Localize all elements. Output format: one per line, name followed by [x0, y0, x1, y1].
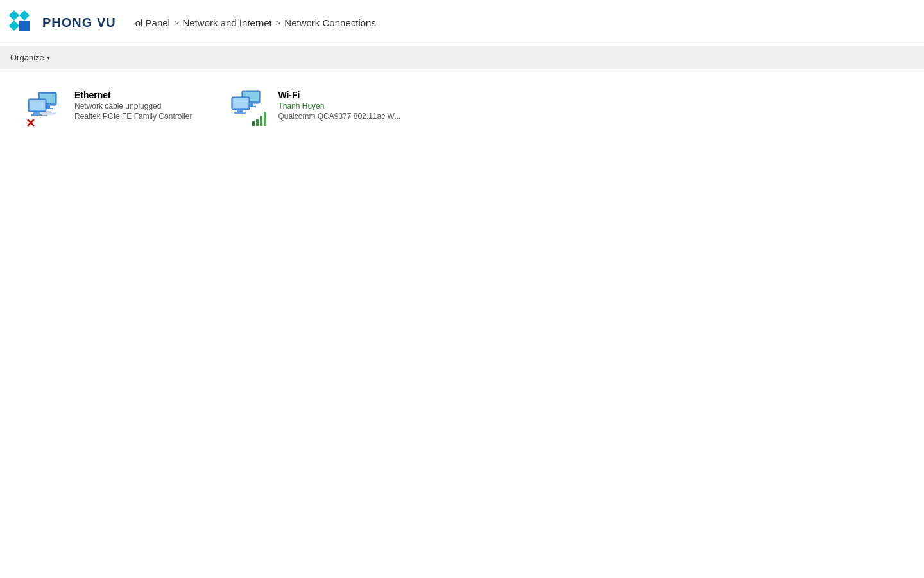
breadcrumb-control-panel[interactable]: ol Panel	[135, 17, 170, 28]
ethernet-status: Network cable unplugged	[74, 101, 192, 110]
ethernet-adapter: Realtek PCIe FE Family Controller	[74, 112, 192, 121]
svg-rect-11	[33, 112, 40, 114]
svg-marker-1	[19, 10, 30, 21]
ethernet-info: Ethernet Network cable unplugged Realtek…	[74, 87, 192, 121]
svg-rect-20	[237, 110, 243, 112]
svg-rect-10	[30, 100, 45, 110]
wifi-name: Wi-Fi	[278, 90, 400, 100]
svg-marker-0	[9, 10, 19, 21]
svg-rect-25	[264, 112, 266, 126]
svg-rect-22	[252, 121, 255, 126]
connections-grid: ✕ Ethernet Network cable unplugged Realt…	[19, 82, 905, 134]
breadcrumb-network-connections: Network Connections	[284, 17, 376, 28]
svg-rect-3	[19, 21, 30, 31]
svg-rect-23	[256, 119, 259, 126]
wifi-icon-container	[228, 87, 269, 128]
breadcrumb-network-internet[interactable]: Network and Internet	[183, 17, 272, 28]
phongvu-logo-icon	[6, 8, 37, 39]
organize-dropdown-arrow: ▾	[47, 54, 50, 61]
organize-label: Organize	[10, 53, 44, 62]
ethernet-icon-container: ✕	[24, 87, 65, 128]
toolbar: Organize ▾	[0, 46, 924, 69]
svg-rect-24	[260, 116, 262, 126]
error-x-icon: ✕	[26, 117, 35, 128]
header: PHONG VU ol Panel > Network and Internet…	[0, 0, 924, 46]
ethernet-name: Ethernet	[74, 90, 192, 100]
breadcrumb: ol Panel > Network and Internet > Networ…	[129, 17, 376, 28]
breadcrumb-sep2: >	[276, 18, 281, 28]
wifi-connection-item[interactable]: Wi-Fi Thanh Huyen Qualcomm QCA9377 802.1…	[223, 82, 406, 134]
svg-rect-21	[234, 112, 246, 114]
logo-text: PHONG VU	[42, 15, 116, 30]
wifi-status: Thanh Huyen	[278, 101, 400, 110]
svg-rect-19	[233, 98, 248, 108]
logo-area: PHONG VU	[6, 8, 129, 39]
main-content: ✕ Ethernet Network cable unplugged Realt…	[0, 69, 924, 146]
ethernet-connection-item[interactable]: ✕ Ethernet Network cable unplugged Realt…	[19, 82, 197, 134]
wifi-adapter: Qualcomm QCA9377 802.11ac W...	[278, 112, 400, 121]
organize-button[interactable]: Organize ▾	[6, 51, 54, 64]
breadcrumb-sep1: >	[174, 18, 179, 28]
wifi-info: Wi-Fi Thanh Huyen Qualcomm QCA9377 802.1…	[278, 87, 400, 121]
svg-marker-2	[9, 21, 19, 31]
wifi-icon	[228, 87, 269, 128]
ethernet-icon: ✕	[24, 87, 65, 128]
